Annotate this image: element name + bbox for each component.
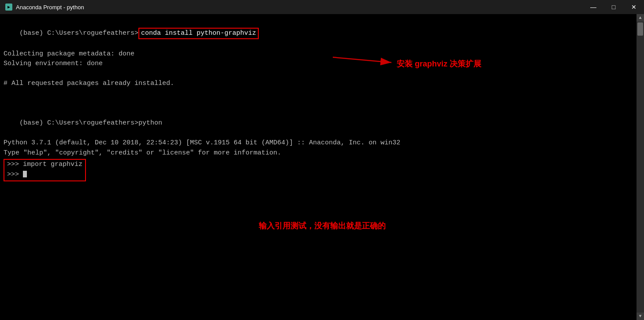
titlebar: ▶ Anaconda Prompt - python — □ ✕ [0,0,644,14]
terminal-line-python-prompt: (base) C:\Users\roguefeathers>python [4,109,640,139]
import-box: >>> import graphviz >>> [4,159,86,181]
maximize-button[interactable]: □ [603,0,624,14]
terminal-line-6 [4,89,640,99]
import-section: >>> import graphviz >>> [4,159,86,181]
conda-install-command: conda install python-graphviz [138,28,259,40]
scrollbar-up-button[interactable]: ▲ [637,14,644,22]
scrollbar-down-button[interactable]: ▼ [637,313,644,320]
annotation-import-text: 输入引用测试，没有输出就是正确的 [259,220,386,232]
terminal-line-2: Collecting package metadata: done [4,49,640,59]
python-cmd: python [138,119,162,127]
minimize-button[interactable]: — [583,0,603,14]
terminal-repl-1: >>> import graphviz [7,160,82,170]
cursor [23,171,27,177]
terminal-line-3: Solving environment: done [4,59,640,69]
scrollbar-thumb[interactable] [637,22,643,36]
terminal-window[interactable]: (base) C:\Users\roguefeathers>conda inst… [0,14,644,320]
window-title: Anaconda Prompt - python [16,4,84,11]
terminal-python-version: Python 3.7.1 (default, Dec 10 2018, 22:5… [4,138,640,148]
prompt-2: (base) C:\Users\roguefeathers> [19,119,138,127]
terminal-line-7 [4,99,640,109]
terminal-line-5: # All requested packages already install… [4,79,640,89]
terminal-line-1: (base) C:\Users\roguefeathers>conda inst… [4,18,640,49]
prompt-1: (base) C:\Users\roguefeathers> [19,29,138,37]
close-button[interactable]: ✕ [624,0,644,14]
terminal-repl-2: >>> [7,170,82,180]
scrollbar[interactable]: ▲ ▼ [637,14,644,320]
app-icon: ▶ [5,4,12,11]
terminal-line-4 [4,69,640,79]
terminal-python-help: Type "help", "copyright", "credits" or "… [4,148,640,158]
window-controls: — □ ✕ [583,0,644,14]
